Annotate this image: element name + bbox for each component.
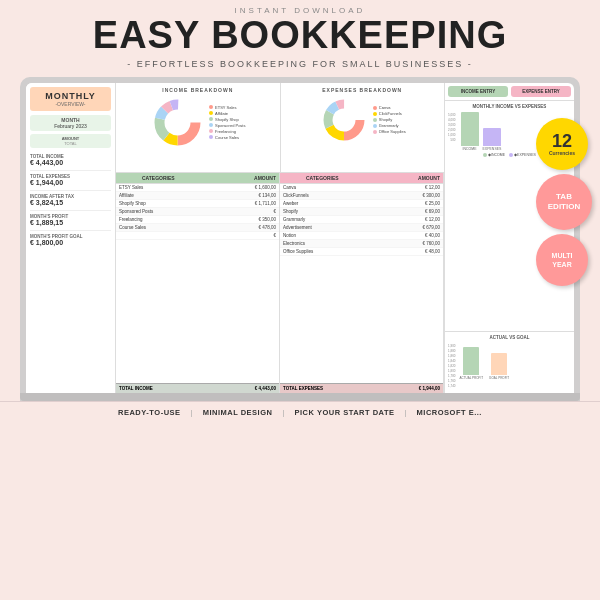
charts-row: INCOME BREAKDOWN	[116, 83, 444, 173]
table-row: €	[116, 232, 279, 240]
table-row: Freelancing € 350,00	[116, 216, 279, 224]
actual-bar-label: ACTUAL PROFIT	[460, 376, 484, 380]
income-chart-title: INCOME BREAKDOWN	[120, 87, 276, 93]
income-legend: ETSY Sales Affiliate Shopify Shop	[209, 105, 245, 140]
income-donut-svg	[150, 95, 205, 150]
legend-grammarly: Grammarly	[373, 123, 406, 128]
legend-sponsored: Sponsored Posts	[209, 123, 245, 128]
income-total-row: TOTAL INCOME € 4,443,00	[116, 383, 279, 393]
actual-vs-goal-title: ACTUAL VS GOAL	[448, 335, 571, 340]
expenses-donut-svg	[319, 95, 369, 145]
goal-bar-label: GOAL PROFIT	[489, 376, 509, 380]
table-row: Notion € 40,00	[280, 232, 443, 240]
income-chart-box: INCOME BREAKDOWN	[116, 83, 281, 172]
footer-item-2: MINIMAL DESIGN	[203, 408, 273, 417]
bar-chart-title: MONTHLY INCOME VS EXPENSES	[448, 104, 571, 109]
legend-income-label: ◆INCOME	[488, 153, 505, 157]
currencies-badge: 12 Currencies	[536, 118, 588, 170]
footer-item-1: READY-TO-USE	[118, 408, 181, 417]
legend-clickfunnels: ClickFunnels	[373, 111, 406, 116]
table-row: Shopify € 69,00	[280, 208, 443, 216]
table-row: Sponsored Posts €	[116, 208, 279, 216]
spreadsheet: MONTHLY -OVERVIEW- MONTH February 2023 A…	[26, 83, 574, 393]
monthly-label: MONTHLY	[32, 91, 109, 101]
table-row: Electronics € 760,00	[280, 240, 443, 248]
month-box: MONTH February 2023	[30, 115, 111, 131]
tab-label: TABEDITION	[548, 192, 580, 213]
legend-income-dot	[483, 153, 487, 157]
actual-bar	[463, 347, 479, 375]
expenses-col-category: CATEGORIES	[283, 175, 362, 181]
legend-canva: Canva	[373, 105, 406, 110]
left-panel: MONTHLY -OVERVIEW- MONTH February 2023 A…	[26, 83, 116, 393]
legend-expenses-item: ◆EXPENSES	[509, 153, 536, 157]
goal-bar-group: GOAL PROFIT	[489, 353, 509, 380]
currencies-label: Currencies	[549, 150, 575, 156]
goal-chart-container: 1,900 1,880 1,860 1,840 1,820 1,800 1,78…	[448, 342, 571, 390]
stat-months-profit: MONTH'S PROFIT € 1,889,15	[30, 214, 111, 226]
legend-expenses-label: ◆EXPENSES	[514, 153, 536, 157]
entry-buttons: INCOME ENTRY EXPENSE ENTRY	[445, 83, 574, 101]
expenses-table-header: CATEGORIES AMOUNT	[280, 173, 443, 184]
page-wrapper: INSTANT DOWNLOAD EASY BOOKKEEPING - EFFO…	[0, 0, 600, 600]
currencies-number: 12	[552, 132, 572, 150]
table-row: ClickFunnels € 300,00	[280, 192, 443, 200]
table-row: Course Sales € 478,00	[116, 224, 279, 232]
stat-tax-value: € 3,824,15	[30, 199, 111, 206]
goal-y-axis: 1,900 1,880 1,860 1,840 1,820 1,800 1,78…	[448, 344, 456, 388]
actual-vs-goal: ACTUAL VS GOAL 1,900 1,880 1,860 1,840 1…	[445, 332, 574, 393]
footer-item-4: MICROSOFT E...	[417, 408, 482, 417]
table-row: Office Supplies € 48,00	[280, 248, 443, 256]
separator-2: |	[282, 408, 284, 417]
table-row: Canva € 12,00	[280, 184, 443, 192]
expenses-bar-group: EXPENSES	[483, 128, 502, 151]
income-bar	[461, 112, 479, 146]
overview-label: -OVERVIEW-	[32, 101, 109, 107]
legend-course: Course Sales	[209, 135, 245, 140]
income-col-category: CATEGORIES	[119, 175, 198, 181]
laptop-screen: MONTHLY -OVERVIEW- MONTH February 2023 A…	[26, 83, 574, 393]
table-row: Advertisement € 679,00	[280, 224, 443, 232]
top-banner: INSTANT DOWNLOAD EASY BOOKKEEPING - EFFO…	[0, 0, 600, 71]
income-entry-button[interactable]: INCOME ENTRY	[448, 86, 508, 97]
stat-income-value: € 4,443,00	[30, 159, 111, 166]
table-row: Aweber € 25,00	[280, 200, 443, 208]
tables-row: CATEGORIES AMOUNT ETSY Sales € 1,600,00 …	[116, 173, 444, 393]
legend-shopify-exp: Shopify	[373, 117, 406, 122]
income-donut-container: ETSY Sales Affiliate Shopify Shop	[120, 95, 276, 150]
expenses-col-amount: AMOUNT	[362, 175, 441, 181]
amount-sublabel: TOTAL	[33, 141, 108, 146]
legend-expenses-dot	[509, 153, 513, 157]
income-table-header: CATEGORIES AMOUNT	[116, 173, 279, 184]
expenses-total-row: TOTAL EXPENSES € 1,944,00	[280, 383, 443, 393]
expense-entry-button[interactable]: EXPENSE ENTRY	[511, 86, 571, 97]
expenses-table: CATEGORIES AMOUNT Canva € 12,00 ClickFun…	[280, 173, 444, 393]
legend-income-item: ◆INCOME	[483, 153, 505, 157]
amount-box: AMOUNT TOTAL	[30, 134, 111, 148]
legend-freelancing: Freelancing	[209, 129, 245, 134]
table-row: Grammarly € 12,00	[280, 216, 443, 224]
stat-profit-goal: MONTH'S PROFIT GOAL € 1,800,00	[30, 234, 111, 246]
stat-profit-value: € 1,889,15	[30, 219, 111, 226]
expenses-bar	[483, 128, 501, 146]
stat-total-income: TOTAL INCOME € 4,443,00	[30, 154, 111, 166]
separator-1: |	[191, 408, 193, 417]
income-bar-group: INCOME	[461, 112, 479, 151]
expenses-chart-box: EXPENSES BREAKDOWN	[281, 83, 445, 172]
expenses-bar-label: EXPENSES	[483, 147, 502, 151]
footer-item-3: PICK YOUR START DATE	[295, 408, 395, 417]
expenses-chart-title: EXPENSES BREAKDOWN	[285, 87, 441, 93]
legend-affiliate: Affiliate	[209, 111, 245, 116]
legend-etsy: ETSY Sales	[209, 105, 245, 110]
svg-point-6	[169, 113, 187, 131]
month-value: February 2023	[33, 123, 108, 129]
income-table: CATEGORIES AMOUNT ETSY Sales € 1,600,00 …	[116, 173, 280, 393]
goal-bars: ACTUAL PROFIT GOAL PROFIT	[458, 344, 571, 380]
legend-office: Office Supplies	[373, 129, 406, 134]
subtitle: - EFFORTLESS BOOKKEEPING FOR SMALL BUSIN…	[0, 59, 600, 69]
stat-income-after-tax: INCOME AFTER TAX € 3,824,15	[30, 194, 111, 206]
middle-panel: INCOME BREAKDOWN	[116, 83, 444, 393]
stat-goal-value: € 1,800,00	[30, 239, 111, 246]
tab-edition-badge: TABEDITION	[536, 174, 592, 230]
laptop-frame: MONTHLY -OVERVIEW- MONTH February 2023 A…	[20, 77, 580, 401]
